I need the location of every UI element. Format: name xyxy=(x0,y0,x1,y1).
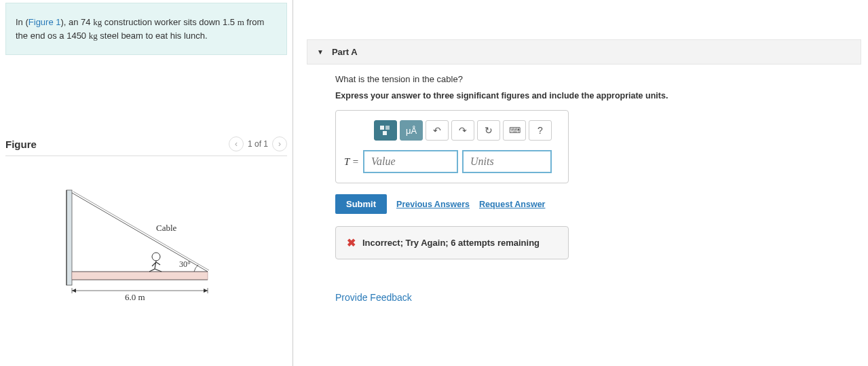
figure-link[interactable]: Figure 1 xyxy=(29,17,61,27)
problem-text: In ( xyxy=(16,17,29,27)
feedback-message: Incorrect; Try Again; 6 attempts remaini… xyxy=(362,238,540,248)
svg-rect-15 xyxy=(383,131,387,135)
submit-row: Submit Previous Answers Request Answer xyxy=(335,194,861,214)
length-label: 6.0 m xyxy=(125,292,145,303)
templates-button[interactable] xyxy=(374,120,397,141)
symbols-button[interactable]: μÅ xyxy=(400,120,423,141)
keyboard-button[interactable]: ⌨ xyxy=(503,120,526,141)
redo-button[interactable]: ↷ xyxy=(451,120,474,141)
incorrect-icon: ✖ xyxy=(347,236,356,249)
instruction-text: Express your answer to three significant… xyxy=(335,91,861,100)
provide-feedback-link[interactable]: Provide Feedback xyxy=(335,292,412,303)
value-input[interactable] xyxy=(363,150,458,173)
angle-label: 30° xyxy=(179,259,191,270)
undo-button[interactable]: ↶ xyxy=(426,120,449,141)
figure-heading: Figure xyxy=(5,139,37,150)
question-text: What is the tension in the cable? xyxy=(335,74,861,84)
figure-next-button[interactable]: › xyxy=(272,136,287,151)
previous-answers-link[interactable]: Previous Answers xyxy=(396,200,470,209)
answer-input-row: T = xyxy=(344,150,560,173)
svg-marker-12 xyxy=(204,289,208,293)
svg-rect-0 xyxy=(67,190,72,285)
figure-header: Figure ‹ 1 of 1 › xyxy=(5,136,287,156)
templates-icon xyxy=(379,125,392,136)
svg-rect-13 xyxy=(380,126,384,130)
part-header[interactable]: ▼ Part A xyxy=(307,39,861,65)
svg-rect-14 xyxy=(385,126,390,130)
figure-diagram: Cable 30° 6.0 m xyxy=(54,183,217,306)
figure-prev-button[interactable]: ‹ xyxy=(229,136,244,151)
reset-button[interactable]: ↻ xyxy=(477,120,500,141)
figure-pager: ‹ 1 of 1 › xyxy=(229,136,287,151)
collapse-icon: ▼ xyxy=(317,48,324,56)
request-answer-link[interactable]: Request Answer xyxy=(479,200,545,209)
part-label: Part A xyxy=(332,47,358,57)
units-input[interactable] xyxy=(462,150,552,173)
answer-box: μÅ ↶ ↷ ↻ ⌨ ? T = xyxy=(335,110,569,183)
svg-line-6 xyxy=(73,191,209,270)
svg-rect-2 xyxy=(72,272,208,280)
problem-statement: In (Figure 1), an 74 kg construction wor… xyxy=(5,3,287,55)
right-panel: ▼ Part A What is the tension in the cabl… xyxy=(293,0,868,366)
answer-toolbar: μÅ ↶ ↷ ↻ ⌨ ? xyxy=(374,120,560,141)
svg-point-7 xyxy=(152,253,160,261)
svg-marker-11 xyxy=(72,289,76,293)
left-panel: In (Figure 1), an 74 kg construction wor… xyxy=(0,0,293,366)
variable-label: T xyxy=(344,156,350,167)
feedback-box: ✖ Incorrect; Try Again; 6 attempts remai… xyxy=(335,226,569,259)
figure-pager-text: 1 of 1 xyxy=(248,139,268,149)
submit-button[interactable]: Submit xyxy=(335,194,387,214)
cable-label: Cable xyxy=(156,223,176,234)
help-button[interactable]: ? xyxy=(529,120,552,141)
